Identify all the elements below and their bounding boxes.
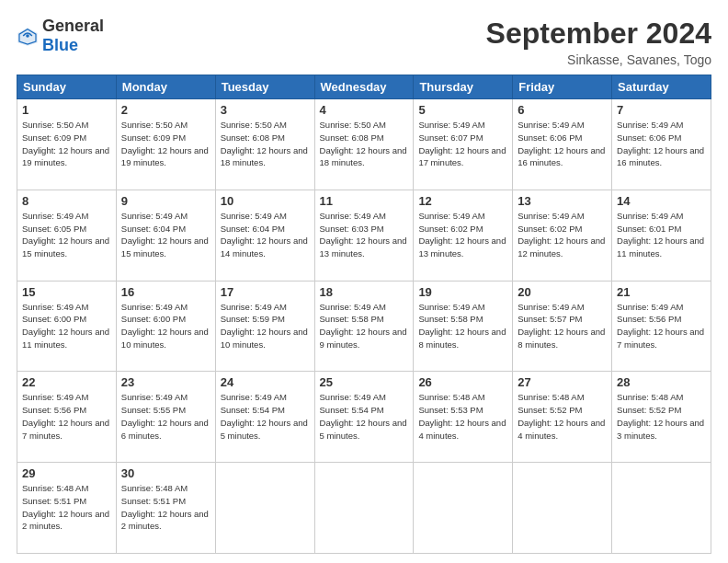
logo: General Blue — [17, 17, 104, 55]
calendar-day-header: Sunday — [17, 75, 117, 99]
calendar-day-cell: 26Sunrise: 5:48 AMSunset: 5:53 PMDayligh… — [414, 372, 513, 463]
calendar-day-cell: 20Sunrise: 5:49 AMSunset: 5:57 PMDayligh… — [513, 281, 612, 372]
calendar-day-header: Monday — [116, 75, 215, 99]
calendar-day-cell: 24Sunrise: 5:49 AMSunset: 5:54 PMDayligh… — [215, 372, 314, 463]
calendar-day-header: Tuesday — [215, 75, 314, 99]
subtitle: Sinkasse, Savanes, Togo — [486, 52, 711, 67]
calendar-day-header: Friday — [513, 75, 612, 99]
calendar-day-cell: 27Sunrise: 5:48 AMSunset: 5:52 PMDayligh… — [513, 372, 612, 463]
calendar-day-cell: 23Sunrise: 5:49 AMSunset: 5:55 PMDayligh… — [116, 372, 215, 463]
calendar-header-row: SundayMondayTuesdayWednesdayThursdayFrid… — [17, 75, 711, 99]
calendar-day-cell: 28Sunrise: 5:48 AMSunset: 5:52 PMDayligh… — [612, 372, 711, 463]
calendar-day-cell: 21Sunrise: 5:49 AMSunset: 5:56 PMDayligh… — [612, 281, 711, 372]
calendar-week-row: 22Sunrise: 5:49 AMSunset: 5:56 PMDayligh… — [17, 372, 711, 463]
calendar-day-cell — [314, 463, 414, 554]
title-block: September 2024 Sinkasse, Savanes, Togo — [486, 17, 711, 67]
calendar-table: SundayMondayTuesdayWednesdayThursdayFrid… — [17, 75, 711, 554]
calendar-day-cell — [215, 463, 314, 554]
calendar-day-cell: 1Sunrise: 5:50 AMSunset: 6:09 PMDaylight… — [17, 99, 117, 190]
calendar-day-cell — [414, 463, 513, 554]
calendar-day-cell: 10Sunrise: 5:49 AMSunset: 6:04 PMDayligh… — [215, 190, 314, 281]
logo-text: General Blue — [42, 17, 104, 55]
calendar-day-cell: 29Sunrise: 5:48 AMSunset: 5:51 PMDayligh… — [17, 463, 117, 554]
calendar-day-header: Thursday — [414, 75, 513, 99]
calendar-day-cell: 4Sunrise: 5:50 AMSunset: 6:08 PMDaylight… — [314, 99, 414, 190]
calendar-week-row: 1Sunrise: 5:50 AMSunset: 6:09 PMDaylight… — [17, 99, 711, 190]
calendar-day-cell: 14Sunrise: 5:49 AMSunset: 6:01 PMDayligh… — [612, 190, 711, 281]
calendar-day-cell: 9Sunrise: 5:49 AMSunset: 6:04 PMDaylight… — [116, 190, 215, 281]
month-title: September 2024 — [486, 17, 711, 51]
calendar-day-cell: 8Sunrise: 5:49 AMSunset: 6:05 PMDaylight… — [17, 190, 117, 281]
calendar-day-cell: 3Sunrise: 5:50 AMSunset: 6:08 PMDaylight… — [215, 99, 314, 190]
calendar-week-row: 29Sunrise: 5:48 AMSunset: 5:51 PMDayligh… — [17, 463, 711, 554]
calendar-day-cell — [612, 463, 711, 554]
calendar-day-cell: 12Sunrise: 5:49 AMSunset: 6:02 PMDayligh… — [414, 190, 513, 281]
calendar-day-cell: 11Sunrise: 5:49 AMSunset: 6:03 PMDayligh… — [314, 190, 414, 281]
calendar-week-row: 8Sunrise: 5:49 AMSunset: 6:05 PMDaylight… — [17, 190, 711, 281]
page: General Blue September 2024 Sinkasse, Sa… — [0, 0, 728, 563]
logo-icon — [17, 25, 39, 47]
calendar-day-cell: 18Sunrise: 5:49 AMSunset: 5:58 PMDayligh… — [314, 281, 414, 372]
calendar-day-cell: 30Sunrise: 5:48 AMSunset: 5:51 PMDayligh… — [116, 463, 215, 554]
calendar-day-cell: 25Sunrise: 5:49 AMSunset: 5:54 PMDayligh… — [314, 372, 414, 463]
calendar-day-cell: 19Sunrise: 5:49 AMSunset: 5:58 PMDayligh… — [414, 281, 513, 372]
calendar-day-cell: 6Sunrise: 5:49 AMSunset: 6:06 PMDaylight… — [513, 99, 612, 190]
header: General Blue September 2024 Sinkasse, Sa… — [17, 17, 711, 67]
svg-point-2 — [26, 34, 29, 38]
calendar-day-header: Saturday — [612, 75, 711, 99]
calendar-day-cell: 7Sunrise: 5:49 AMSunset: 6:06 PMDaylight… — [612, 99, 711, 190]
calendar-day-cell: 13Sunrise: 5:49 AMSunset: 6:02 PMDayligh… — [513, 190, 612, 281]
calendar-day-cell — [513, 463, 612, 554]
calendar-week-row: 15Sunrise: 5:49 AMSunset: 6:00 PMDayligh… — [17, 281, 711, 372]
logo-blue: Blue — [42, 36, 78, 54]
calendar-day-header: Wednesday — [314, 75, 414, 99]
calendar-day-cell: 16Sunrise: 5:49 AMSunset: 6:00 PMDayligh… — [116, 281, 215, 372]
calendar-day-cell: 22Sunrise: 5:49 AMSunset: 5:56 PMDayligh… — [17, 372, 117, 463]
calendar-day-cell: 15Sunrise: 5:49 AMSunset: 6:00 PMDayligh… — [17, 281, 117, 372]
logo-general: General — [42, 17, 104, 35]
calendar-day-cell: 17Sunrise: 5:49 AMSunset: 5:59 PMDayligh… — [215, 281, 314, 372]
calendar-day-cell: 5Sunrise: 5:49 AMSunset: 6:07 PMDaylight… — [414, 99, 513, 190]
calendar-day-cell: 2Sunrise: 5:50 AMSunset: 6:09 PMDaylight… — [116, 99, 215, 190]
